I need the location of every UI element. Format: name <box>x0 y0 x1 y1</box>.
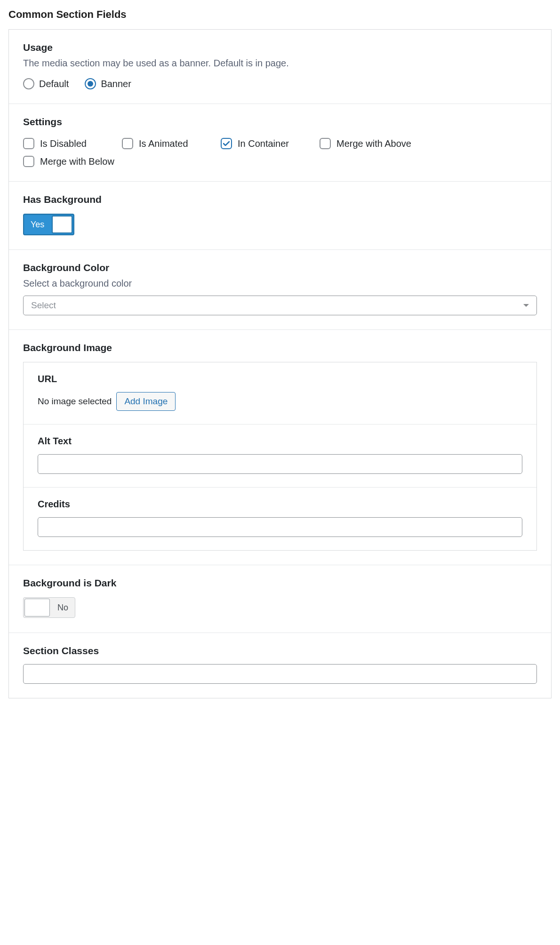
toggle-knob <box>52 216 72 233</box>
bg-image-url-row: No image selected Add Image <box>38 392 522 411</box>
checkbox-merge-above[interactable]: Merge with Above <box>320 138 411 149</box>
has-background-label: Has Background <box>23 194 537 205</box>
panel-title: Common Section Fields <box>8 8 552 21</box>
section-classes-input[interactable] <box>23 664 537 684</box>
checkbox-icon <box>23 138 34 149</box>
usage-label: Usage <box>23 42 537 53</box>
checkbox-merge-below[interactable]: Merge with Below <box>23 156 537 167</box>
background-color-desc: Select a background color <box>23 278 537 289</box>
radio-icon <box>85 78 96 89</box>
add-image-button[interactable]: Add Image <box>116 392 176 411</box>
radio-banner[interactable]: Banner <box>85 78 131 89</box>
bg-image-credits-field: Credits <box>24 488 536 550</box>
background-image-panel: URL No image selected Add Image Alt Text… <box>23 362 537 551</box>
bg-image-alt-field: Alt Text <box>24 424 536 488</box>
background-dark-field: Background is Dark No <box>9 565 551 633</box>
bg-image-url-field: URL No image selected Add Image <box>24 362 536 424</box>
alt-text-input[interactable] <box>38 454 522 474</box>
select-placeholder: Select <box>31 300 56 311</box>
checkbox-icon <box>320 138 331 149</box>
checkbox-label: Merge with Below <box>40 156 114 167</box>
radio-default-label: Default <box>39 79 69 89</box>
no-image-text: No image selected <box>38 396 112 407</box>
background-dark-toggle[interactable]: No <box>23 597 75 618</box>
checkbox-icon <box>23 156 34 167</box>
radio-icon <box>23 78 34 89</box>
common-section-fields-panel: Usage The media section may be used as a… <box>8 29 552 698</box>
has-background-field: Has Background Yes <box>9 182 551 250</box>
toggle-on-label: Yes <box>24 220 51 230</box>
checkbox-label: Is Disabled <box>40 138 87 149</box>
background-color-label: Background Color <box>23 262 537 273</box>
checkbox-in-container[interactable]: In Container <box>221 138 291 149</box>
toggle-off-label: No <box>51 603 75 613</box>
background-image-field: Background Image URL No image selected A… <box>9 330 551 565</box>
checkbox-is-animated[interactable]: Is Animated <box>122 138 192 149</box>
background-color-select[interactable]: Select <box>23 296 537 315</box>
checkbox-label: In Container <box>238 138 289 149</box>
settings-label: Settings <box>23 116 537 128</box>
bg-image-url-label: URL <box>38 374 522 384</box>
credits-input[interactable] <box>38 517 522 537</box>
section-classes-label: Section Classes <box>23 645 537 657</box>
checkbox-is-disabled[interactable]: Is Disabled <box>23 138 94 149</box>
radio-default[interactable]: Default <box>23 78 69 89</box>
section-classes-field: Section Classes <box>9 633 551 698</box>
has-background-toggle[interactable]: Yes <box>23 214 74 235</box>
toggle-knob <box>24 599 50 617</box>
checkbox-icon <box>221 138 232 149</box>
settings-options: Is Disabled Is Animated In Container Mer… <box>23 138 537 167</box>
settings-field: Settings Is Disabled Is Animated In Cont… <box>9 104 551 182</box>
radio-banner-label: Banner <box>101 79 131 89</box>
chevron-down-icon <box>523 304 529 307</box>
checkbox-label: Is Animated <box>139 138 188 149</box>
background-dark-label: Background is Dark <box>23 577 537 589</box>
bg-image-alt-label: Alt Text <box>38 436 522 447</box>
usage-field: Usage The media section may be used as a… <box>9 30 551 104</box>
bg-image-credits-label: Credits <box>38 499 522 510</box>
usage-description: The media section may be used as a banne… <box>23 58 537 69</box>
checkbox-icon <box>122 138 133 149</box>
usage-radio-group: Default Banner <box>23 78 537 89</box>
checkbox-label: Merge with Above <box>336 138 411 149</box>
background-image-label: Background Image <box>23 342 537 353</box>
background-color-field: Background Color Select a background col… <box>9 250 551 330</box>
